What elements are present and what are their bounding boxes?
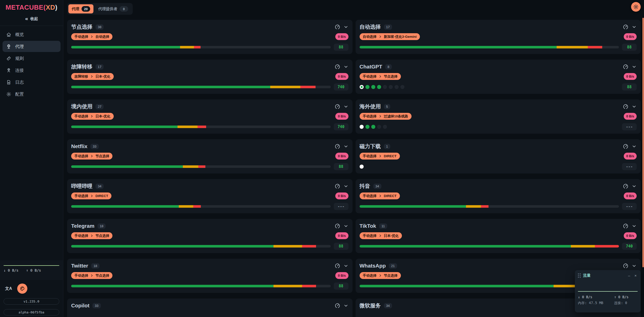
chevron-down-icon[interactable] bbox=[343, 24, 348, 29]
latency-test-icon[interactable] bbox=[623, 64, 629, 70]
bar-segment bbox=[466, 205, 481, 208]
chevron-down-icon[interactable] bbox=[343, 303, 348, 308]
chevron-down-icon[interactable] bbox=[343, 144, 348, 149]
proxy-group-card: 节点选择 38 手动选择 自动选择 0 B/s 88 bbox=[67, 20, 353, 54]
node-dots bbox=[360, 125, 619, 129]
chevron-right-icon bbox=[90, 155, 93, 157]
node-dot bbox=[383, 125, 387, 129]
latency-test-icon[interactable] bbox=[335, 24, 340, 30]
traffic-sparkline bbox=[4, 265, 59, 266]
chevron-down-icon[interactable] bbox=[343, 223, 348, 228]
latency-value: 88 bbox=[622, 83, 637, 91]
target-name: 自动选择 bbox=[95, 34, 109, 39]
proxy-group-card: ChatGPT 8 手动选择 节点选择 0 B/s 88 bbox=[356, 60, 641, 94]
sidebar-item-connections[interactable]: 连接 bbox=[3, 65, 61, 76]
chevron-down-icon[interactable] bbox=[632, 144, 637, 149]
latency-test-icon[interactable] bbox=[623, 263, 629, 269]
selector-name: 手动选择 bbox=[363, 234, 377, 238]
latency-test-icon[interactable] bbox=[335, 263, 340, 269]
settings-fab-button[interactable] bbox=[631, 2, 641, 12]
selector-name: 手动选择 bbox=[74, 114, 88, 119]
latency-bar bbox=[360, 205, 619, 208]
latency-test-icon[interactable] bbox=[623, 24, 629, 30]
download-speed: ↓ 0 B/s bbox=[4, 268, 18, 272]
chevron-down-icon[interactable] bbox=[343, 184, 348, 189]
proxy-group-title: Twitter bbox=[71, 263, 88, 269]
language-icon[interactable]: 文A bbox=[5, 286, 12, 291]
chevron-down-icon[interactable] bbox=[343, 104, 348, 109]
proxy-group-title: 抖音 bbox=[360, 183, 370, 190]
speed-badge: 0 B/s bbox=[335, 113, 348, 120]
bar-segment bbox=[595, 245, 619, 248]
main-content: 代理 20 代理提供者 0 节点选择 38 手动选择 自动选择 bbox=[63, 0, 644, 317]
bar-segment bbox=[557, 46, 588, 48]
chevron-down-icon[interactable] bbox=[343, 64, 348, 69]
latency-test-icon[interactable] bbox=[623, 144, 629, 149]
proxy-count-badge: 17 bbox=[95, 64, 104, 69]
latency-test-icon[interactable] bbox=[335, 144, 340, 149]
selector-name: 手动选择 bbox=[74, 34, 88, 39]
tab-proxies[interactable]: 代理 20 bbox=[68, 4, 93, 13]
theme-palette-button[interactable] bbox=[17, 284, 27, 294]
bar-segment bbox=[360, 285, 554, 287]
chevron-down-icon[interactable] bbox=[632, 64, 637, 69]
chevron-down-icon[interactable] bbox=[632, 263, 637, 268]
proxy-count-badge: 34 bbox=[95, 184, 104, 189]
core-version-button[interactable]: v1.235.0 bbox=[4, 298, 59, 305]
chevron-down-icon[interactable] bbox=[632, 24, 637, 29]
bar-segment bbox=[71, 165, 183, 168]
bar-segment bbox=[178, 126, 198, 128]
chevron-down-icon[interactable] bbox=[632, 104, 637, 109]
proxy-group-title: 故障转移 bbox=[71, 63, 92, 70]
selector-name: 手动选择 bbox=[363, 114, 377, 119]
latency-test-icon[interactable] bbox=[335, 223, 340, 229]
node-dot bbox=[360, 85, 364, 89]
proxy-count-badge: 11 bbox=[379, 223, 387, 229]
scrollbar-thumb[interactable] bbox=[642, 18, 644, 267]
proxy-group-title: TikTok bbox=[360, 223, 376, 229]
bar-segment bbox=[193, 205, 201, 208]
chevron-down-icon[interactable] bbox=[343, 263, 348, 268]
proxy-group-card: 自动选择 17 自动选择 新加坡-优化3-Gemini 0 B/s 88 bbox=[356, 20, 641, 54]
collapse-sidebar-button[interactable]: « 收起 bbox=[13, 15, 51, 23]
proxy-group-card: TikTok 11 手动选择 日本-优化 0 B/s 740 bbox=[356, 219, 641, 253]
selected-route-pill: 手动选择 节点选择 bbox=[71, 232, 112, 239]
globe-stand-icon bbox=[6, 44, 11, 49]
latency-test-icon[interactable] bbox=[623, 183, 629, 189]
minimize-button[interactable]: – bbox=[627, 274, 631, 277]
latency-test-icon[interactable] bbox=[335, 104, 340, 110]
chevron-down-icon[interactable] bbox=[632, 184, 637, 189]
sidebar-item-rules[interactable]: 规则 bbox=[3, 53, 61, 64]
latency-test-icon[interactable] bbox=[335, 303, 340, 309]
tab-count-badge: 20 bbox=[82, 6, 90, 12]
node-dot bbox=[377, 85, 381, 89]
gear-icon bbox=[633, 4, 639, 10]
latency-test-icon[interactable] bbox=[335, 64, 340, 70]
proxy-group-card: Twitter 18 手动选择 节点选择 0 B/s 88 bbox=[67, 259, 353, 293]
latency-test-icon[interactable] bbox=[623, 223, 629, 229]
close-icon[interactable]: × bbox=[633, 274, 638, 277]
chevron-down-icon[interactable] bbox=[632, 223, 637, 228]
tab-proxy-providers[interactable]: 代理提供者 0 bbox=[95, 4, 131, 13]
drag-handle-icon[interactable] bbox=[578, 273, 581, 278]
latency-test-icon[interactable] bbox=[335, 183, 340, 189]
sidebar-item-overview[interactable]: 概览 bbox=[3, 29, 61, 40]
home-icon bbox=[6, 32, 11, 37]
proxy-count-badge: 34 bbox=[373, 184, 381, 189]
speed-badge: 0 B/s bbox=[624, 113, 637, 120]
chevron-right-icon bbox=[379, 274, 382, 277]
latency-bar bbox=[71, 285, 331, 287]
sidebar-item-proxies[interactable]: 代理 bbox=[3, 41, 61, 52]
bar-segment bbox=[588, 46, 602, 48]
sidebar-item-logs[interactable]: 日志 bbox=[3, 77, 61, 88]
latency-bar bbox=[360, 245, 619, 248]
app-build-button[interactable]: alpha-06f5fba bbox=[4, 309, 59, 315]
ruler-icon bbox=[6, 56, 11, 61]
sidebar-item-config[interactable]: 配置 bbox=[3, 89, 61, 100]
sidebar-item-label: 配置 bbox=[15, 91, 24, 97]
logo-part2: XD bbox=[46, 4, 55, 11]
latency-value: 88 bbox=[334, 44, 348, 51]
tab-label: 代理 bbox=[72, 7, 79, 11]
bar-segment bbox=[198, 126, 206, 128]
latency-test-icon[interactable] bbox=[623, 104, 629, 110]
